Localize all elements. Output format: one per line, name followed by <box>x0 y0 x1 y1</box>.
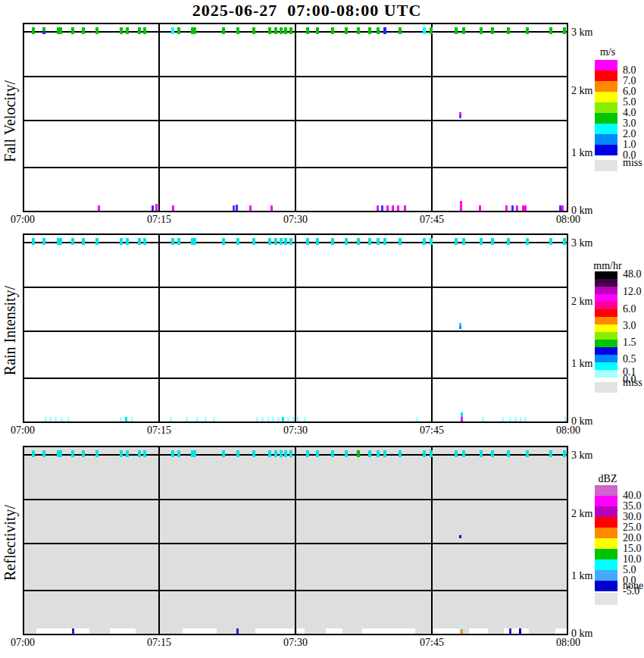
echo-mark-3km <box>42 31 45 34</box>
colorbar-title-dbz: dBZ <box>589 473 626 485</box>
missing-value-swatch <box>595 160 617 171</box>
echo-mark-3km <box>455 450 458 457</box>
colorbar-segment <box>595 309 617 317</box>
gridline-vertical <box>431 23 433 212</box>
clear-strip <box>504 628 530 634</box>
colorbar-segment <box>595 81 617 92</box>
echo-mark-3km <box>430 27 433 34</box>
echo-mark-3km <box>57 238 62 245</box>
echo-mark-3km <box>280 450 283 457</box>
colorbar-segment <box>595 317 617 324</box>
colorbar-segment <box>595 581 617 591</box>
colorbar-segment <box>595 549 617 559</box>
colorbar-segment <box>595 271 617 279</box>
echo-mark-3km <box>171 238 174 245</box>
colorbar-segment <box>595 485 617 496</box>
echo-mark-3km <box>143 27 146 34</box>
time-tick-label: 07:30 <box>283 637 308 649</box>
colorbar-tick-label: 48.0 <box>623 268 642 280</box>
echo-mark-3km <box>274 238 277 245</box>
echo-mark-3km <box>289 27 292 34</box>
echo-mark-3km <box>345 238 348 245</box>
echo-mark-3km <box>462 238 465 245</box>
echo-mark-3km <box>316 238 319 245</box>
echo-mark-3km <box>268 238 271 245</box>
echo-mark-3km <box>399 27 402 34</box>
colorbar-title-mps: m/s <box>589 46 626 58</box>
time-tick-label: 07:45 <box>420 214 444 226</box>
echo-mark-3km <box>95 27 98 34</box>
surface-echo-mark <box>561 205 564 211</box>
echo-mark-3km <box>316 450 319 457</box>
echo-mark-3km <box>57 27 62 34</box>
echo-mark-3km <box>171 450 174 457</box>
echo-mark-3km <box>455 27 458 34</box>
echo-mark-3km <box>549 450 552 457</box>
echo-mark-3km <box>507 450 510 457</box>
echo-mark-3km <box>507 27 510 34</box>
clear-strip <box>362 628 416 634</box>
surface-echo-mark <box>479 205 481 211</box>
echo-mark-3km <box>306 238 309 245</box>
surface-echo-mark <box>397 205 399 211</box>
clear-strip <box>297 628 305 634</box>
echo-mark-3km <box>289 238 292 245</box>
time-tick-label: 07:00 <box>11 214 35 226</box>
echo-mark-3km <box>526 450 529 457</box>
time-tick-label: 07:00 <box>11 637 35 649</box>
echo-mark-3km <box>563 238 566 245</box>
echo-mark-3km <box>71 450 74 457</box>
gridline-vertical <box>295 233 296 423</box>
echo-mark-3km <box>171 27 174 34</box>
echo-mark-3km <box>222 450 225 457</box>
echo-mark-3km <box>480 450 483 457</box>
echo-mark-3km <box>563 27 566 34</box>
echo-mark-3km <box>399 450 402 457</box>
echo-mark-3km <box>507 238 510 245</box>
time-tick-label: 07:15 <box>147 214 171 226</box>
clear-strip <box>110 628 136 634</box>
echo-mark-3km <box>491 450 494 457</box>
echo-mark-3km <box>95 238 98 245</box>
clear-strip <box>183 628 216 634</box>
echo-mark-3km <box>268 450 271 457</box>
gridline-vertical <box>158 446 160 635</box>
echo-mark-3km <box>191 450 196 457</box>
colorbar-segment <box>595 538 617 549</box>
missing-value-swatch <box>595 593 617 605</box>
echo-mark-3km <box>462 450 465 457</box>
echo-mark-3km <box>252 238 255 245</box>
gridline-vertical <box>295 23 296 212</box>
missing-value-label: miss <box>623 377 642 389</box>
echo-mark-3km <box>383 27 386 34</box>
echo-mark-3km <box>430 238 433 245</box>
gridline-vertical <box>431 446 433 635</box>
echo-mark-3km <box>71 27 74 34</box>
panel-rain-intensity <box>23 233 568 423</box>
height-tick-label: 0 km <box>571 628 592 640</box>
surface-echo-mark <box>233 205 235 211</box>
colorbar-segment <box>595 113 617 124</box>
missing-value-swatch <box>595 382 617 393</box>
echo-mark-3km <box>143 238 146 245</box>
echo-mark-3km <box>331 27 334 34</box>
echo-mark-3km <box>284 27 287 34</box>
echo-mark-3km <box>236 238 239 245</box>
time-tick-label: 07:15 <box>147 425 171 437</box>
surface-echo-mark <box>377 205 379 211</box>
colorbar-tick-label: 12.0 <box>623 286 642 298</box>
echo-mark-3km <box>252 27 255 34</box>
panel-border-right <box>567 23 568 212</box>
colorbar-segment <box>595 324 617 332</box>
echo-mark-3km <box>191 238 196 245</box>
echo-mark-3km <box>306 450 309 457</box>
gridline-vertical <box>431 233 433 423</box>
echo-mark-3km <box>345 450 348 457</box>
echo-mark-3km <box>549 238 552 245</box>
echo-mark-3km <box>274 27 277 34</box>
echo-mark-3km <box>236 450 239 457</box>
panel-border-left <box>23 446 24 635</box>
colorbar-tick-label: 0.5 <box>623 353 636 365</box>
echo-mark-3km <box>377 238 380 245</box>
clear-strip <box>255 628 293 634</box>
